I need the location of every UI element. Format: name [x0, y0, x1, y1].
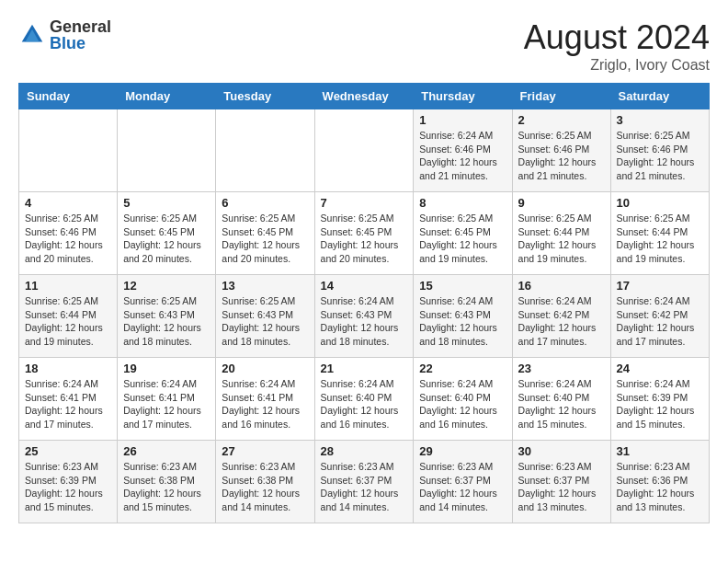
- calendar-week-row: 1Sunrise: 6:24 AMSunset: 6:46 PMDaylight…: [19, 109, 710, 192]
- calendar-cell: 8Sunrise: 6:25 AMSunset: 6:45 PMDaylight…: [414, 192, 512, 275]
- day-info: Sunrise: 6:25 AMSunset: 6:43 PMDaylight:…: [222, 294, 308, 349]
- day-info: Sunrise: 6:25 AMSunset: 6:45 PMDaylight:…: [419, 212, 506, 266]
- calendar-cell: 27Sunrise: 6:23 AMSunset: 6:38 PMDayligh…: [216, 441, 314, 523]
- day-info: Sunrise: 6:25 AMSunset: 6:46 PMDaylight:…: [518, 129, 605, 183]
- day-info: Sunrise: 6:25 AMSunset: 6:46 PMDaylight:…: [617, 129, 703, 183]
- calendar-cell: 10Sunrise: 6:25 AMSunset: 6:44 PMDayligh…: [610, 192, 709, 275]
- day-number: 18: [25, 362, 111, 375]
- day-number: 15: [419, 279, 506, 293]
- day-number: 2: [518, 113, 605, 127]
- day-info: Sunrise: 6:23 AMSunset: 6:37 PMDaylight:…: [518, 460, 605, 514]
- calendar-cell: 4Sunrise: 6:25 AMSunset: 6:46 PMDaylight…: [19, 192, 118, 275]
- day-info: Sunrise: 6:25 AMSunset: 6:43 PMDaylight:…: [123, 294, 210, 349]
- day-number: 26: [123, 444, 210, 458]
- column-header-tuesday: Tuesday: [216, 84, 314, 109]
- day-number: 24: [617, 362, 703, 375]
- day-number: 25: [25, 444, 111, 458]
- calendar-cell: 23Sunrise: 6:24 AMSunset: 6:40 PMDayligh…: [512, 358, 610, 441]
- day-number: 7: [321, 196, 408, 210]
- day-info: Sunrise: 6:24 AMSunset: 6:41 PMDaylight:…: [222, 377, 308, 431]
- day-number: 1: [419, 113, 506, 127]
- day-number: 6: [222, 196, 308, 210]
- day-info: Sunrise: 6:24 AMSunset: 6:46 PMDaylight:…: [419, 129, 506, 183]
- calendar-cell: 1Sunrise: 6:24 AMSunset: 6:46 PMDaylight…: [414, 109, 512, 192]
- day-number: 9: [518, 196, 605, 210]
- day-number: 31: [617, 444, 703, 458]
- day-number: 20: [222, 362, 308, 375]
- calendar-cell: 7Sunrise: 6:25 AMSunset: 6:45 PMDaylight…: [314, 192, 414, 275]
- day-number: 17: [617, 279, 703, 293]
- day-info: Sunrise: 6:25 AMSunset: 6:44 PMDaylight:…: [25, 294, 111, 349]
- calendar-cell: 5Sunrise: 6:25 AMSunset: 6:45 PMDaylight…: [118, 192, 216, 275]
- day-info: Sunrise: 6:24 AMSunset: 6:42 PMDaylight:…: [518, 294, 605, 349]
- calendar-cell: 29Sunrise: 6:23 AMSunset: 6:37 PMDayligh…: [414, 441, 512, 523]
- calendar-cell: 26Sunrise: 6:23 AMSunset: 6:38 PMDayligh…: [118, 441, 216, 523]
- calendar-cell: 18Sunrise: 6:24 AMSunset: 6:41 PMDayligh…: [19, 358, 118, 441]
- logo-blue-text: Blue: [50, 34, 85, 52]
- calendar-cell: 15Sunrise: 6:24 AMSunset: 6:43 PMDayligh…: [414, 275, 512, 358]
- column-header-sunday: Sunday: [19, 84, 118, 109]
- calendar-week-row: 11Sunrise: 6:25 AMSunset: 6:44 PMDayligh…: [19, 275, 710, 358]
- day-info: Sunrise: 6:24 AMSunset: 6:42 PMDaylight:…: [617, 294, 703, 349]
- day-info: Sunrise: 6:25 AMSunset: 6:45 PMDaylight:…: [321, 212, 408, 266]
- day-number: 27: [222, 444, 308, 458]
- day-number: 12: [123, 279, 210, 293]
- day-number: 19: [123, 362, 210, 375]
- calendar-cell: 6Sunrise: 6:25 AMSunset: 6:45 PMDaylight…: [216, 192, 314, 275]
- calendar-cell: 30Sunrise: 6:23 AMSunset: 6:37 PMDayligh…: [512, 441, 610, 523]
- day-number: 14: [321, 279, 408, 293]
- calendar-cell: 17Sunrise: 6:24 AMSunset: 6:42 PMDayligh…: [610, 275, 709, 358]
- calendar-week-row: 4Sunrise: 6:25 AMSunset: 6:46 PMDaylight…: [19, 192, 710, 275]
- day-number: 13: [222, 279, 308, 293]
- day-number: 4: [25, 196, 111, 210]
- day-number: 5: [123, 196, 210, 210]
- calendar-cell: 12Sunrise: 6:25 AMSunset: 6:43 PMDayligh…: [118, 275, 216, 358]
- day-info: Sunrise: 6:24 AMSunset: 6:43 PMDaylight:…: [321, 294, 408, 349]
- calendar-cell: [118, 109, 216, 192]
- day-info: Sunrise: 6:23 AMSunset: 6:39 PMDaylight:…: [25, 460, 111, 514]
- calendar-cell: 13Sunrise: 6:25 AMSunset: 6:43 PMDayligh…: [216, 275, 314, 358]
- calendar-header-row: SundayMondayTuesdayWednesdayThursdayFrid…: [19, 84, 710, 109]
- day-info: Sunrise: 6:25 AMSunset: 6:44 PMDaylight:…: [518, 212, 605, 266]
- day-info: Sunrise: 6:24 AMSunset: 6:40 PMDaylight:…: [518, 377, 605, 431]
- calendar-cell: 24Sunrise: 6:24 AMSunset: 6:39 PMDayligh…: [610, 358, 709, 441]
- day-info: Sunrise: 6:24 AMSunset: 6:40 PMDaylight:…: [419, 377, 506, 431]
- day-info: Sunrise: 6:24 AMSunset: 6:39 PMDaylight:…: [617, 377, 703, 431]
- calendar-cell: [19, 109, 118, 192]
- month-year-title: August 2024: [524, 18, 710, 57]
- day-number: 8: [419, 196, 506, 210]
- day-info: Sunrise: 6:24 AMSunset: 6:43 PMDaylight:…: [419, 294, 506, 349]
- calendar-cell: 31Sunrise: 6:23 AMSunset: 6:36 PMDayligh…: [610, 441, 709, 523]
- calendar-cell: 19Sunrise: 6:24 AMSunset: 6:41 PMDayligh…: [118, 358, 216, 441]
- day-number: 23: [518, 362, 605, 375]
- day-info: Sunrise: 6:25 AMSunset: 6:45 PMDaylight:…: [222, 212, 308, 266]
- calendar-cell: 9Sunrise: 6:25 AMSunset: 6:44 PMDaylight…: [512, 192, 610, 275]
- title-block: August 2024 Zriglo, Ivory Coast: [524, 18, 710, 74]
- logo-general-text: General: [50, 17, 111, 36]
- calendar-cell: 22Sunrise: 6:24 AMSunset: 6:40 PMDayligh…: [414, 358, 512, 441]
- day-number: 10: [617, 196, 703, 210]
- calendar-cell: 21Sunrise: 6:24 AMSunset: 6:40 PMDayligh…: [314, 358, 414, 441]
- day-info: Sunrise: 6:23 AMSunset: 6:37 PMDaylight:…: [321, 460, 408, 514]
- calendar-table: SundayMondayTuesdayWednesdayThursdayFrid…: [18, 83, 710, 523]
- calendar-cell: [314, 109, 414, 192]
- column-header-friday: Friday: [512, 84, 610, 109]
- calendar-cell: 25Sunrise: 6:23 AMSunset: 6:39 PMDayligh…: [19, 441, 118, 523]
- calendar-cell: 16Sunrise: 6:24 AMSunset: 6:42 PMDayligh…: [512, 275, 610, 358]
- logo: General Blue: [18, 18, 111, 52]
- page-header: General Blue August 2024 Zriglo, Ivory C…: [18, 18, 710, 74]
- day-info: Sunrise: 6:23 AMSunset: 6:38 PMDaylight:…: [222, 460, 308, 514]
- calendar-cell: 14Sunrise: 6:24 AMSunset: 6:43 PMDayligh…: [314, 275, 414, 358]
- day-number: 3: [617, 113, 703, 127]
- calendar-cell: 11Sunrise: 6:25 AMSunset: 6:44 PMDayligh…: [19, 275, 118, 358]
- day-info: Sunrise: 6:24 AMSunset: 6:40 PMDaylight:…: [321, 377, 408, 431]
- day-info: Sunrise: 6:24 AMSunset: 6:41 PMDaylight:…: [123, 377, 210, 431]
- day-info: Sunrise: 6:25 AMSunset: 6:44 PMDaylight:…: [617, 212, 703, 266]
- day-info: Sunrise: 6:23 AMSunset: 6:38 PMDaylight:…: [123, 460, 210, 514]
- calendar-cell: 28Sunrise: 6:23 AMSunset: 6:37 PMDayligh…: [314, 441, 414, 523]
- logo-icon: [18, 21, 46, 49]
- day-info: Sunrise: 6:25 AMSunset: 6:45 PMDaylight:…: [123, 212, 210, 266]
- day-info: Sunrise: 6:24 AMSunset: 6:41 PMDaylight:…: [25, 377, 111, 431]
- column-header-wednesday: Wednesday: [314, 84, 414, 109]
- day-number: 28: [321, 444, 408, 458]
